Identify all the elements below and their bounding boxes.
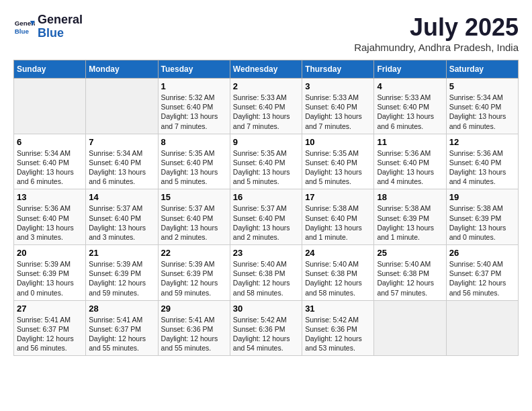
day-info: Sunrise: 5:34 AM Sunset: 6:40 PM Dayligh… [89,148,154,187]
day-number: 15 [161,192,227,202]
calendar-cell: 11Sunrise: 5:36 AM Sunset: 6:40 PM Dayli… [374,134,446,189]
calendar-cell: 8Sunrise: 5:35 AM Sunset: 6:40 PM Daylig… [158,134,230,189]
weekday-header: Sunday [14,60,86,79]
calendar-cell: 16Sunrise: 5:37 AM Sunset: 6:40 PM Dayli… [230,189,302,245]
day-number: 7 [89,137,154,147]
calendar-cell: 2Sunrise: 5:33 AM Sunset: 6:40 PM Daylig… [230,79,302,134]
day-number: 6 [17,137,83,147]
weekday-header: Friday [374,60,446,79]
day-number: 5 [449,81,515,91]
day-number: 2 [233,81,299,91]
day-number: 9 [233,137,299,147]
calendar-cell: 22Sunrise: 5:39 AM Sunset: 6:39 PM Dayli… [158,245,230,301]
day-info: Sunrise: 5:39 AM Sunset: 6:39 PM Dayligh… [89,259,154,298]
calendar-cell: 6Sunrise: 5:34 AM Sunset: 6:40 PM Daylig… [14,134,86,189]
calendar-cell: 7Sunrise: 5:34 AM Sunset: 6:40 PM Daylig… [86,134,158,189]
location-subtitle: Rajahmundry, Andhra Pradesh, India [354,42,519,53]
day-info: Sunrise: 5:40 AM Sunset: 6:38 PM Dayligh… [233,259,299,298]
calendar-cell [14,79,86,134]
calendar-cell: 4Sunrise: 5:33 AM Sunset: 6:40 PM Daylig… [374,79,446,134]
day-number: 1 [161,81,227,91]
day-info: Sunrise: 5:42 AM Sunset: 6:36 PM Dayligh… [305,315,371,353]
calendar-cell: 14Sunrise: 5:37 AM Sunset: 6:40 PM Dayli… [86,189,158,245]
day-info: Sunrise: 5:39 AM Sunset: 6:39 PM Dayligh… [17,259,83,298]
calendar-cell: 26Sunrise: 5:40 AM Sunset: 6:37 PM Dayli… [446,245,518,301]
day-info: Sunrise: 5:35 AM Sunset: 6:40 PM Dayligh… [161,148,227,187]
calendar-cell: 29Sunrise: 5:41 AM Sunset: 6:36 PM Dayli… [158,300,230,356]
day-number: 21 [89,248,154,258]
day-number: 25 [377,248,443,258]
day-number: 4 [377,81,443,91]
day-info: Sunrise: 5:40 AM Sunset: 6:37 PM Dayligh… [449,259,515,298]
day-number: 27 [17,304,83,314]
calendar-cell: 15Sunrise: 5:37 AM Sunset: 6:40 PM Dayli… [158,189,230,245]
calendar-cell: 12Sunrise: 5:36 AM Sunset: 6:40 PM Dayli… [446,134,518,189]
calendar-cell: 17Sunrise: 5:38 AM Sunset: 6:40 PM Dayli… [302,189,374,245]
month-title: July 2025 [354,13,519,42]
day-info: Sunrise: 5:36 AM Sunset: 6:40 PM Dayligh… [17,203,83,242]
day-number: 13 [17,192,83,202]
page-header: General Blue General Blue July 2025 Raja… [13,13,519,53]
day-info: Sunrise: 5:36 AM Sunset: 6:40 PM Dayligh… [449,148,515,187]
day-number: 20 [17,248,83,258]
calendar-cell: 1Sunrise: 5:32 AM Sunset: 6:40 PM Daylig… [158,79,230,134]
day-info: Sunrise: 5:33 AM Sunset: 6:40 PM Dayligh… [233,93,299,131]
calendar-cell [86,79,158,134]
weekday-header: Wednesday [230,60,302,79]
day-number: 17 [305,192,371,202]
day-number: 19 [449,192,515,202]
calendar-table: SundayMondayTuesdayWednesdayThursdayFrid… [13,60,519,356]
calendar-cell [446,300,518,356]
day-info: Sunrise: 5:33 AM Sunset: 6:40 PM Dayligh… [305,93,371,131]
calendar-cell [374,300,446,356]
day-info: Sunrise: 5:37 AM Sunset: 6:40 PM Dayligh… [233,203,299,242]
calendar-cell: 31Sunrise: 5:42 AM Sunset: 6:36 PM Dayli… [302,300,374,356]
day-info: Sunrise: 5:40 AM Sunset: 6:38 PM Dayligh… [305,259,371,298]
calendar-cell: 18Sunrise: 5:38 AM Sunset: 6:39 PM Dayli… [374,189,446,245]
day-info: Sunrise: 5:34 AM Sunset: 6:40 PM Dayligh… [449,93,515,131]
day-info: Sunrise: 5:38 AM Sunset: 6:39 PM Dayligh… [377,203,443,242]
logo-icon: General Blue [13,16,35,38]
logo-line2: Blue [38,27,83,40]
day-number: 3 [305,81,371,91]
day-number: 26 [449,248,515,258]
calendar-cell: 30Sunrise: 5:42 AM Sunset: 6:36 PM Dayli… [230,300,302,356]
day-number: 14 [89,192,154,202]
weekday-header: Saturday [446,60,518,79]
calendar-cell: 25Sunrise: 5:40 AM Sunset: 6:38 PM Dayli… [374,245,446,301]
day-number: 8 [161,137,227,147]
day-info: Sunrise: 5:35 AM Sunset: 6:40 PM Dayligh… [305,148,371,187]
calendar-cell: 3Sunrise: 5:33 AM Sunset: 6:40 PM Daylig… [302,79,374,134]
day-info: Sunrise: 5:33 AM Sunset: 6:40 PM Dayligh… [377,93,443,131]
calendar-cell: 28Sunrise: 5:41 AM Sunset: 6:37 PM Dayli… [86,300,158,356]
day-number: 12 [449,137,515,147]
day-info: Sunrise: 5:42 AM Sunset: 6:36 PM Dayligh… [233,315,299,353]
calendar-cell: 5Sunrise: 5:34 AM Sunset: 6:40 PM Daylig… [446,79,518,134]
day-number: 29 [161,304,227,314]
day-number: 18 [377,192,443,202]
day-info: Sunrise: 5:39 AM Sunset: 6:39 PM Dayligh… [161,259,227,298]
calendar-cell: 13Sunrise: 5:36 AM Sunset: 6:40 PM Dayli… [14,189,86,245]
day-number: 30 [233,304,299,314]
day-info: Sunrise: 5:36 AM Sunset: 6:40 PM Dayligh… [377,148,443,187]
calendar-cell: 24Sunrise: 5:40 AM Sunset: 6:38 PM Dayli… [302,245,374,301]
day-number: 16 [233,192,299,202]
title-block: July 2025 Rajahmundry, Andhra Pradesh, I… [354,13,519,53]
calendar-cell: 23Sunrise: 5:40 AM Sunset: 6:38 PM Dayli… [230,245,302,301]
weekday-header: Thursday [302,60,374,79]
day-info: Sunrise: 5:35 AM Sunset: 6:40 PM Dayligh… [233,148,299,187]
day-info: Sunrise: 5:40 AM Sunset: 6:38 PM Dayligh… [377,259,443,298]
day-number: 22 [161,248,227,258]
day-number: 31 [305,304,371,314]
calendar-cell: 9Sunrise: 5:35 AM Sunset: 6:40 PM Daylig… [230,134,302,189]
day-number: 10 [305,137,371,147]
logo: General Blue General Blue [13,13,83,40]
day-number: 28 [89,304,154,314]
day-number: 23 [233,248,299,258]
calendar-cell: 21Sunrise: 5:39 AM Sunset: 6:39 PM Dayli… [86,245,158,301]
calendar-cell: 20Sunrise: 5:39 AM Sunset: 6:39 PM Dayli… [14,245,86,301]
logo-line1: General [38,13,83,27]
day-number: 24 [305,248,371,258]
day-info: Sunrise: 5:34 AM Sunset: 6:40 PM Dayligh… [17,148,83,187]
svg-text:Blue: Blue [15,28,30,35]
